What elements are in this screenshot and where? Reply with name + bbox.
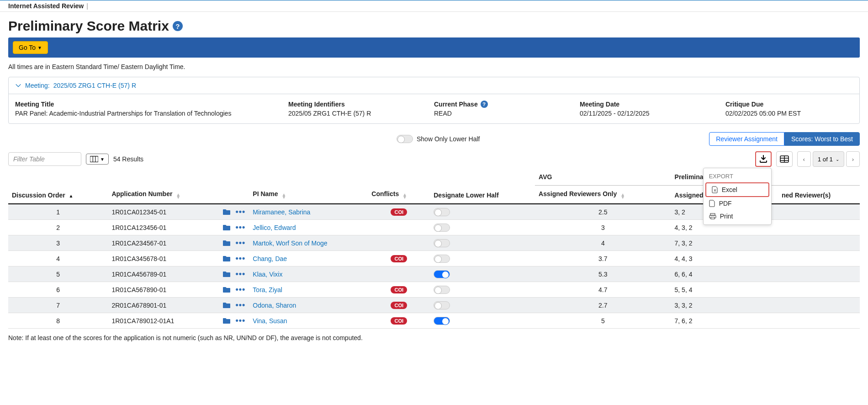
filter-input[interactable] bbox=[8, 152, 81, 166]
col-conflicts[interactable]: Conflicts ▲▼ bbox=[368, 169, 430, 204]
col-pi-name[interactable]: PI Name ▲▼ bbox=[249, 169, 368, 204]
folder-icon[interactable] bbox=[222, 240, 231, 246]
cell-ned bbox=[778, 251, 860, 266]
more-icon[interactable]: ••• bbox=[235, 316, 245, 325]
cell-conflicts bbox=[368, 266, 430, 282]
cell-lower-toggle bbox=[430, 251, 535, 266]
row-lower-toggle[interactable] bbox=[434, 301, 450, 309]
page-select[interactable]: 1 of 1 ⌄ bbox=[813, 151, 844, 167]
folder-icon[interactable] bbox=[222, 224, 231, 231]
more-icon[interactable]: ••• bbox=[235, 300, 245, 310]
cell-scores: 7, 6, 2 bbox=[671, 313, 778, 329]
pi-link[interactable]: Martok, Worf Son of Moge bbox=[253, 240, 327, 247]
col-avg-assigned[interactable]: Assigned Reviewers Only ▲▼ bbox=[535, 186, 671, 204]
folder-icon[interactable] bbox=[222, 318, 231, 324]
folder-icon[interactable] bbox=[222, 271, 231, 277]
folder-icon[interactable] bbox=[222, 209, 231, 215]
row-lower-toggle[interactable] bbox=[434, 208, 450, 216]
cell-app: 2R01CA678901-01••• bbox=[108, 298, 249, 313]
scores-mode-group: Reviewer Assignment Scores: Worst to Bes… bbox=[709, 132, 860, 146]
coi-badge: COI bbox=[391, 286, 407, 293]
app-name: Internet Assisted Review bbox=[8, 2, 84, 10]
more-icon[interactable]: ••• bbox=[235, 207, 245, 217]
table-row: 61R01CA567890-01•••Tora, ZiyalCOI4.75, 5… bbox=[8, 282, 860, 298]
cell-pi: Jellico, Edward bbox=[249, 220, 368, 235]
row-lower-toggle[interactable] bbox=[434, 224, 450, 232]
cell-conflicts: COI bbox=[368, 313, 430, 329]
pi-link[interactable]: Tora, Ziyal bbox=[253, 286, 282, 293]
cell-conflicts bbox=[368, 235, 430, 251]
export-menu-title: EXPORT bbox=[704, 170, 771, 182]
download-button[interactable] bbox=[755, 151, 772, 167]
scores-worst-to-best-button[interactable]: Scores: Worst to Best bbox=[784, 132, 860, 146]
cell-conflicts: COI bbox=[368, 282, 430, 298]
row-lower-toggle[interactable] bbox=[434, 317, 450, 325]
pi-link[interactable]: Chang, Dae bbox=[253, 255, 287, 262]
reviewer-assignment-button[interactable]: Reviewer Assignment bbox=[709, 132, 784, 146]
cell-ned bbox=[778, 235, 860, 251]
cell-scores: 4, 4, 3 bbox=[671, 251, 778, 266]
table-row: 31R01CA234567-01•••Martok, Worf Son of M… bbox=[8, 235, 860, 251]
folder-icon[interactable] bbox=[222, 302, 231, 309]
row-lower-toggle[interactable] bbox=[434, 286, 450, 294]
export-excel-item[interactable]: Excel bbox=[705, 182, 769, 197]
cell-order: 7 bbox=[8, 298, 108, 313]
export-pdf-item[interactable]: PDF bbox=[704, 197, 771, 210]
file-pdf-icon bbox=[709, 200, 715, 207]
col-ned-reviewers[interactable]: ned Reviewer(s) bbox=[778, 186, 860, 204]
page-title-text: Preliminary Score Matrix bbox=[8, 18, 169, 34]
coi-badge: COI bbox=[391, 302, 407, 309]
cell-conflicts bbox=[368, 220, 430, 235]
table-row: 41R01CA345678-01•••Chang, DaeCOI3.74, 4,… bbox=[8, 251, 860, 266]
help-icon[interactable]: ? bbox=[481, 101, 488, 108]
more-icon[interactable]: ••• bbox=[235, 223, 245, 232]
cell-conflicts: COI bbox=[368, 251, 430, 266]
next-page-button[interactable]: › bbox=[846, 151, 860, 167]
current-phase-label: Current Phase ? bbox=[434, 101, 561, 108]
cell-pi: Martok, Worf Son of Moge bbox=[249, 235, 368, 251]
pi-link[interactable]: Miramanee, Sabrina bbox=[253, 208, 310, 216]
export-print-item[interactable]: Print bbox=[704, 210, 771, 223]
action-bar: Go To ▼ bbox=[8, 37, 860, 58]
cell-order: 2 bbox=[8, 220, 108, 235]
column-settings-button[interactable]: ▼ bbox=[86, 154, 109, 165]
controls-row: Show Only Lower Half Reviewer Assignment… bbox=[8, 132, 860, 146]
cell-ned bbox=[778, 282, 860, 298]
col-app-number[interactable]: Application Number ▲▼ bbox=[108, 169, 249, 204]
help-icon[interactable]: ? bbox=[173, 21, 183, 31]
pi-link[interactable]: Klaa, Vixix bbox=[253, 271, 282, 278]
prev-page-button[interactable]: ‹ bbox=[797, 151, 811, 167]
results-count: 54 Results bbox=[113, 155, 143, 163]
chevron-down-icon: ⌄ bbox=[836, 157, 839, 162]
folder-icon[interactable] bbox=[222, 256, 231, 262]
pi-link[interactable]: Odona, Sharon bbox=[253, 302, 296, 309]
grid-view-button[interactable] bbox=[776, 151, 793, 167]
cell-avg: 4 bbox=[535, 235, 671, 251]
pi-link[interactable]: Jellico, Edward bbox=[253, 224, 296, 231]
more-icon[interactable]: ••• bbox=[235, 254, 245, 263]
row-lower-toggle[interactable] bbox=[434, 255, 450, 263]
cell-pi: Miramanee, Sabrina bbox=[249, 204, 368, 220]
col-discussion-order[interactable]: Discussion Order ▲ bbox=[8, 169, 108, 204]
goto-dropdown[interactable]: Go To ▼ bbox=[13, 41, 48, 54]
folder-icon[interactable] bbox=[222, 287, 231, 293]
col-designate-lower[interactable]: Designate Lower Half bbox=[430, 169, 535, 204]
col-group-ned bbox=[778, 169, 860, 186]
row-lower-toggle[interactable] bbox=[434, 270, 450, 278]
cell-order: 8 bbox=[8, 313, 108, 329]
cell-ned bbox=[778, 220, 860, 235]
cell-lower-toggle bbox=[430, 235, 535, 251]
meeting-collapse-toggle[interactable]: Meeting: 2025/05 ZRG1 CTH-E (57) R bbox=[9, 77, 859, 94]
more-icon[interactable]: ••• bbox=[235, 238, 245, 248]
cell-pi: Vina, Susan bbox=[249, 313, 368, 329]
pi-link[interactable]: Vina, Susan bbox=[253, 317, 287, 325]
more-icon[interactable]: ••• bbox=[235, 269, 245, 279]
cell-app: 1R01CA456789-01••• bbox=[108, 266, 249, 282]
chevron-down-icon bbox=[15, 82, 21, 89]
lower-half-toggle[interactable] bbox=[397, 135, 413, 143]
table-row: 81R01CA789012-01A1•••Vina, SusanCOI57, 6… bbox=[8, 313, 860, 329]
more-icon[interactable]: ••• bbox=[235, 285, 245, 294]
coi-badge: COI bbox=[391, 208, 407, 216]
row-lower-toggle[interactable] bbox=[434, 239, 450, 247]
cell-scores: 6, 6, 4 bbox=[671, 266, 778, 282]
